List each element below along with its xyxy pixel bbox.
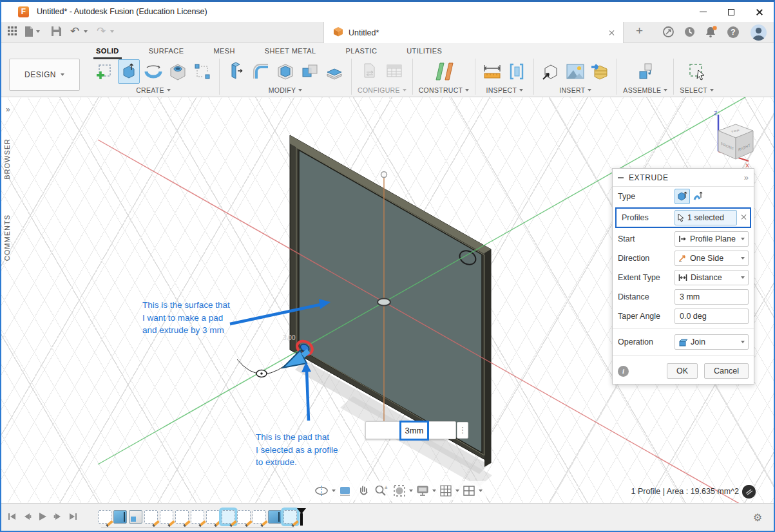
timeline-item-sketch[interactable]	[160, 510, 173, 524]
document-tab[interactable]: Untitled*	[323, 22, 624, 43]
viewports-icon[interactable]	[461, 483, 477, 499]
workspace-selector[interactable]: DESIGN	[9, 59, 80, 91]
save-icon[interactable]	[52, 26, 61, 39]
timeline-item-sketch[interactable]	[237, 510, 251, 524]
document-tab-close-icon[interactable]	[609, 27, 615, 39]
orbit-icon[interactable]	[314, 483, 330, 499]
insert-mcmaster-button[interactable]	[589, 59, 611, 84]
timeline-item-sketch[interactable]	[283, 510, 297, 524]
select-button[interactable]	[686, 59, 708, 84]
configure-sheet-button[interactable]	[359, 59, 381, 84]
zoom-icon[interactable]: ±	[373, 483, 390, 499]
fillet-button[interactable]	[250, 59, 272, 84]
group-label-create[interactable]: CREATE	[136, 86, 171, 94]
close-button[interactable]	[745, 2, 774, 22]
construct-plane-button[interactable]	[429, 59, 459, 84]
extent-type-dropdown[interactable]: Distance	[675, 270, 749, 285]
timeline-item-box[interactable]	[129, 510, 142, 524]
ok-button[interactable]: OK	[667, 363, 698, 379]
file-menu-caret[interactable]	[36, 30, 40, 33]
combine-button[interactable]	[299, 59, 321, 84]
type-thin-extrude-button[interactable]	[690, 189, 705, 204]
timeline-position-marker[interactable]	[300, 508, 303, 526]
press-pull-button[interactable]	[225, 59, 247, 84]
group-label-construct[interactable]: CONSTRUCT	[419, 86, 470, 94]
group-label-select[interactable]: SELECT	[680, 86, 714, 94]
job-status-icon[interactable]	[684, 26, 696, 41]
timeline-item-extrude[interactable]	[268, 510, 282, 524]
help-icon[interactable]: ?	[727, 26, 739, 38]
group-label-assemble[interactable]: ASSEMBLE	[623, 86, 667, 94]
profiles-row[interactable]: Profiles 1 selected	[615, 207, 751, 228]
pan-icon[interactable]	[355, 483, 372, 499]
direction-dropdown[interactable]: One Side	[675, 251, 749, 266]
type-solid-extrude-button[interactable]	[675, 189, 690, 204]
shell-button[interactable]	[274, 59, 296, 84]
measure-button[interactable]	[481, 59, 503, 84]
hole-button[interactable]	[167, 59, 189, 84]
display-settings-icon[interactable]	[414, 483, 431, 499]
timeline-item-sketch[interactable]	[222, 510, 235, 524]
timeline-item-sketch[interactable]	[144, 510, 158, 524]
insert-derive-button[interactable]	[540, 59, 562, 84]
fit-caret[interactable]	[409, 489, 413, 492]
fit-icon[interactable]	[391, 483, 408, 499]
insert-canvas-button[interactable]	[564, 59, 586, 84]
group-label-insert[interactable]: INSERT	[559, 86, 591, 94]
grid-caret[interactable]	[455, 489, 459, 492]
create-sketch-button[interactable]	[93, 59, 115, 84]
viewports-caret[interactable]	[479, 489, 483, 492]
group-label-inspect[interactable]: INSPECT	[486, 86, 524, 94]
new-document-tab-icon[interactable]: +	[636, 24, 643, 38]
timeline-item-sketch[interactable]	[191, 510, 204, 524]
split-body-button[interactable]	[323, 59, 345, 84]
group-label-configure[interactable]: CONFIGURE	[358, 86, 407, 94]
view-cube[interactable]: TOP FRONT RIGHT Z X	[714, 110, 753, 169]
timeline-item-sketch[interactable]	[253, 510, 266, 524]
redo-caret[interactable]	[110, 30, 114, 33]
extrude-button[interactable]	[118, 59, 140, 84]
origin-marker[interactable]	[378, 299, 390, 306]
minimize-button[interactable]	[689, 2, 717, 22]
timeline-item-sketch[interactable]	[206, 510, 220, 524]
collapse-icon[interactable]	[618, 177, 624, 178]
profiles-selected-button[interactable]: 1 selected	[675, 210, 737, 225]
display-caret[interactable]	[432, 489, 436, 492]
assemble-joint-button[interactable]	[635, 59, 656, 84]
file-menu-icon[interactable]	[24, 26, 33, 39]
expand-panels-chevron[interactable]: »	[6, 105, 10, 114]
revolve-button[interactable]	[142, 59, 164, 84]
info-icon[interactable]: i	[618, 366, 629, 377]
redo-icon[interactable]: ↷	[97, 24, 106, 37]
orbit-caret[interactable]	[332, 489, 336, 492]
status-badge-icon[interactable]	[742, 485, 756, 499]
play-button[interactable]	[37, 511, 48, 524]
go-to-end-button[interactable]	[68, 512, 77, 524]
app-grid-icon[interactable]	[8, 26, 17, 38]
axis-handle-dot[interactable]	[381, 172, 387, 178]
distance-input[interactable]: 3 mm	[675, 289, 749, 305]
operation-dropdown[interactable]: Join	[675, 334, 749, 350]
group-label-modify[interactable]: MODIFY	[269, 86, 303, 94]
configure-table-button[interactable]	[383, 59, 405, 84]
canvas-input-kebab-icon[interactable]: ⋮	[457, 422, 468, 439]
undo-caret[interactable]	[84, 30, 88, 33]
browser-panel-tab[interactable]: BROWSER	[3, 138, 11, 180]
timeline-item-sketch[interactable]	[98, 510, 111, 524]
canvas-distance-input[interactable]: 3mm	[365, 421, 456, 439]
undo-icon[interactable]: ↶	[70, 24, 79, 37]
start-dropdown[interactable]: Profile Plane	[675, 231, 749, 247]
profile-avatar[interactable]	[751, 24, 767, 41]
extensions-icon[interactable]	[662, 26, 675, 41]
dialog-header[interactable]: EXTRUDE »	[613, 169, 754, 187]
timeline-item-sketch[interactable]	[175, 510, 189, 524]
comments-panel-tab[interactable]: COMMENTS	[3, 214, 11, 261]
dialog-more-chevron[interactable]: »	[744, 173, 749, 182]
taper-angle-input[interactable]: 0.0 deg	[675, 309, 749, 324]
grid-settings-icon[interactable]	[437, 483, 454, 499]
profiles-clear-icon[interactable]	[741, 213, 747, 222]
look-at-icon[interactable]	[337, 483, 354, 499]
section-analysis-button[interactable]	[506, 59, 528, 84]
cancel-button[interactable]: Cancel	[704, 363, 749, 379]
timeline-item-extrude[interactable]	[113, 510, 127, 524]
